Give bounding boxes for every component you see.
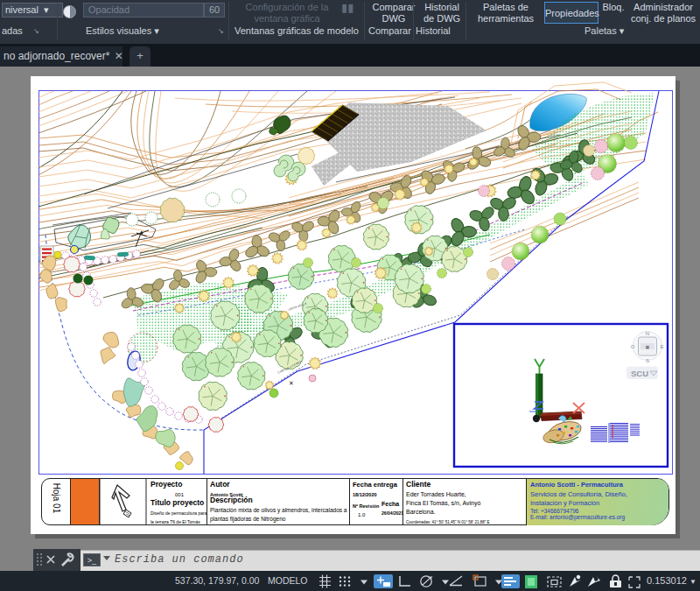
svg-text:SCU: SCU	[631, 369, 648, 378]
svg-text:O: O	[631, 344, 635, 349]
svg-text:E: E	[660, 344, 663, 349]
svg-text:✕: ✕	[289, 380, 294, 386]
svg-text:S: S	[646, 358, 649, 363]
svg-text:▦: ▦	[646, 345, 649, 349]
svg-text:N: N	[646, 331, 649, 336]
